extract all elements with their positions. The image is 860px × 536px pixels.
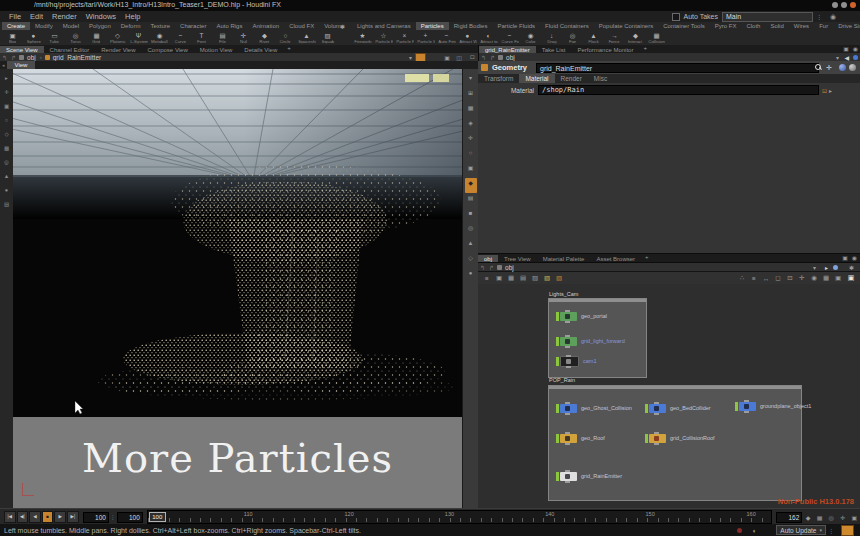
network-tool-icon[interactable]: ◉ — [808, 274, 820, 282]
shelf-tab[interactable]: Wires — [789, 22, 814, 30]
pane-split-icon[interactable]: ▣ — [842, 254, 848, 261]
shelf-tool[interactable]: ◎ Torus — [65, 30, 86, 45]
minimize-button[interactable] — [832, 2, 838, 8]
shelf-tool[interactable]: ▲ Spaceship — [296, 30, 317, 45]
settings-gear-icon[interactable]: ✱ — [849, 264, 854, 271]
display-option-icon[interactable]: ○ — [465, 148, 477, 163]
display-flag[interactable] — [556, 434, 559, 443]
network-tool-icon[interactable]: ▦ — [505, 274, 517, 282]
display-flag[interactable] — [556, 337, 559, 346]
display-option-icon[interactable]: ▤ — [465, 193, 477, 208]
material-field[interactable]: /shop/Rain — [538, 85, 819, 95]
network-box-title[interactable]: Lights_Cam — [549, 291, 578, 297]
network-overview-icon[interactable]: ▣ — [845, 274, 857, 282]
nav-forward-icon[interactable]: ↱ — [490, 54, 495, 61]
shelf-tab[interactable]: Texture — [145, 22, 175, 30]
node-name-field[interactable]: grid_RainEmitter — [536, 63, 819, 73]
layout-camera-icon[interactable]: ▣ — [444, 54, 450, 61]
display-option-icon[interactable]: ■ — [465, 208, 477, 223]
range-slider-icon[interactable]: ◆ — [802, 514, 814, 521]
pane-tab[interactable]: grid_RainEmitter — [479, 46, 536, 53]
shelf-tool[interactable]: ✛ Null — [233, 30, 254, 45]
shelf-tool[interactable]: ○ Circle — [275, 30, 296, 45]
view-tab[interactable]: View — [7, 61, 36, 69]
sync-dot-icon[interactable] — [833, 265, 838, 270]
viewport-tool-icon[interactable]: ◇ — [4, 131, 8, 145]
pane-tab[interactable]: Details View — [238, 46, 283, 53]
shelf-tab[interactable]: Auto Rigs — [211, 22, 247, 30]
shelf-tool[interactable]: ▲ Flock — [583, 30, 604, 45]
pane-tab[interactable]: Performance Monitor — [571, 46, 639, 53]
display-flag[interactable] — [556, 312, 559, 321]
shelf-tool[interactable]: + Particle S... — [415, 30, 436, 45]
display-option-icon[interactable]: ◈ — [465, 118, 477, 133]
dopesheet-icon[interactable]: ▦ — [814, 514, 826, 521]
pane-menu-icon[interactable]: ◉ — [853, 45, 858, 52]
nav-back-icon[interactable]: ↰ — [480, 264, 485, 271]
shelf-tool[interactable]: ◆ Rivet — [254, 30, 275, 45]
shelf-tool[interactable]: ~ Curve Force — [499, 30, 520, 45]
viewport-tool-icon[interactable]: ○ — [5, 117, 8, 131]
node-geo-bedcollider[interactable]: geo_BedCollider — [645, 403, 711, 413]
shelf-tool[interactable]: ◆ Interact — [625, 30, 646, 45]
network-tool-icon[interactable]: ▣ — [493, 274, 505, 282]
shelf-tab[interactable]: Rigid Bodies — [449, 22, 493, 30]
update-stepper-icon[interactable]: ⋮ — [828, 527, 834, 534]
viewport-tool-icon[interactable]: ● — [5, 187, 8, 201]
node-groundplane-object1[interactable]: groundplane_object1 — [735, 401, 811, 411]
shelf-tool[interactable]: ● Sphere — [23, 30, 44, 45]
shelf-tab[interactable]: Cloth — [741, 22, 765, 30]
shelf-tab[interactable]: Character — [175, 22, 211, 30]
pane-tab[interactable]: Render View — [95, 46, 141, 53]
network-tool-icon[interactable]: ⊡ — [784, 274, 796, 282]
shelf-tool[interactable]: ▦ Collision I... — [646, 30, 667, 45]
network-tab[interactable]: Material Palette — [537, 255, 591, 262]
close-button[interactable] — [850, 2, 856, 8]
shelf-tool[interactable]: × Particle F... — [394, 30, 415, 45]
viewport-tool-icon[interactable]: ▤ — [4, 201, 9, 215]
node-grid-collisionroof[interactable]: grid_CollisionRoof — [645, 433, 715, 443]
nav-back-icon[interactable]: ↰ — [481, 54, 486, 61]
pane-tab[interactable]: Compose View — [142, 46, 194, 53]
shelf-tab[interactable]: Container Tools — [658, 22, 710, 30]
viewport-tool-icon[interactable]: ▣ — [4, 103, 9, 117]
viewport-3d-scene[interactable] — [13, 69, 462, 417]
keyframe-icon[interactable]: ✛ — [837, 514, 849, 521]
network-tab[interactable]: Tree View — [498, 255, 537, 262]
display-option-icon[interactable]: ▦ — [465, 103, 477, 118]
shelf-tool[interactable]: ◉ Color — [520, 30, 541, 45]
op-chooser-icon[interactable]: ⊡ — [822, 87, 827, 94]
menu-file[interactable]: File — [9, 12, 21, 21]
shaded-sphere-icon[interactable] — [839, 64, 846, 71]
path-node[interactable]: grid_RainEmitter — [53, 54, 101, 61]
shelf-gear-icon[interactable]: ✱ — [340, 23, 345, 30]
network-tool-icon[interactable]: ▧ — [553, 274, 565, 282]
pane-menu-icon[interactable]: ◉ — [852, 254, 857, 261]
menu-windows[interactable]: Windows — [86, 12, 116, 21]
shelf-tab[interactable]: Fur — [814, 22, 833, 30]
display-flag[interactable] — [645, 404, 648, 413]
shelf-tool[interactable]: ▨ Squab — [317, 30, 338, 45]
shelf-tab[interactable]: Deform — [116, 22, 146, 30]
shelf-tool[interactable]: ◎ Fan — [562, 30, 583, 45]
shelf-tab[interactable]: Fluid Containers — [540, 22, 594, 30]
parameter-tab[interactable]: Misc — [588, 74, 613, 83]
collapse-icon[interactable]: ◂ — [2, 62, 5, 69]
display-option-icon[interactable]: ◇ — [465, 253, 477, 268]
node-tile[interactable] — [739, 402, 756, 411]
menu-edit[interactable]: Edit — [30, 12, 43, 21]
shelf-tab[interactable]: Modify — [30, 22, 58, 30]
shelf-tab[interactable]: Particles — [416, 22, 449, 30]
auto-update-selector[interactable]: Auto Update ▾ — [776, 525, 826, 535]
current-frame-field[interactable]: 100 — [83, 512, 109, 523]
new-tab-icon[interactable]: + — [645, 254, 649, 262]
shelf-tool[interactable]: ▭ Tube — [44, 30, 65, 45]
nav-back-icon[interactable]: ↰ — [2, 54, 7, 61]
viewport-tool-icon[interactable]: ▦ — [4, 145, 9, 159]
node-geo-roof[interactable]: geo_Roof — [556, 433, 605, 443]
shelf-tab[interactable]: Cloud FX — [284, 22, 319, 30]
node-tile[interactable] — [649, 404, 666, 413]
jump-start-button[interactable]: |◀ — [4, 511, 16, 523]
node-tile[interactable] — [560, 356, 579, 367]
parameter-tab[interactable]: Render — [555, 74, 588, 83]
